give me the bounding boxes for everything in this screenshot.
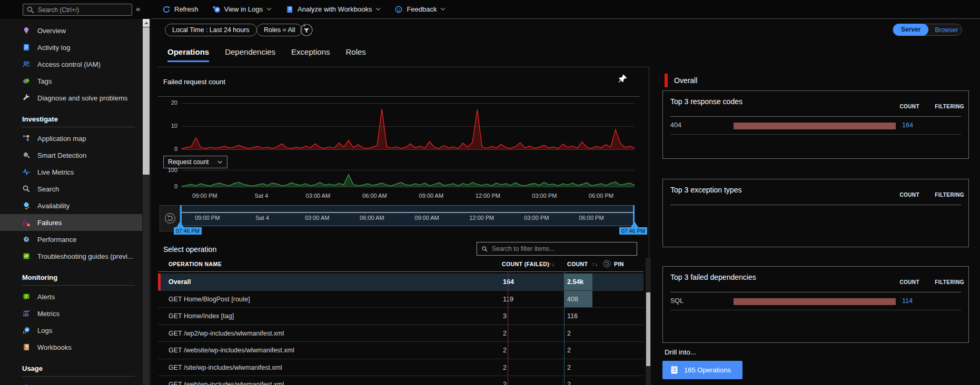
- count-failed-value: 2: [503, 330, 507, 337]
- sidebar-item-label: Troubleshooting guides (previ...: [37, 252, 133, 260]
- sidebar-scrollbar[interactable]: [143, 19, 150, 385]
- drill-button-label: 165 Operations: [684, 366, 731, 374]
- row-divider: [670, 310, 961, 310]
- scroll-up-button[interactable]: [143, 19, 150, 27]
- response-code-count[interactable]: 164: [902, 121, 913, 129]
- feedback-button[interactable]: Feedback: [394, 5, 446, 14]
- response-code-label: 404: [670, 121, 681, 129]
- table-row-overall[interactable]: Overall 164 2.54k: [158, 273, 644, 291]
- sidebar-item-alerts[interactable]: Alerts: [0, 288, 142, 305]
- sidebar-collapse-button[interactable]: «: [136, 4, 140, 13]
- col-count[interactable]: COUNT: [567, 261, 588, 267]
- time-axis: 09:00 PM Sat 4 03:00 AM 06:00 AM 09:00 A…: [182, 192, 635, 200]
- search-icon: [481, 246, 488, 252]
- toggle-browser-button[interactable]: Browser: [928, 26, 964, 34]
- table-row[interactable]: GET /wp2/wp-includes/wlwmanifest.xml 2 2: [158, 325, 644, 342]
- operations-table: OPERATION NAME COUNT (FAILED) ↑↓ COUNT ↑…: [158, 258, 644, 385]
- count-failed-value: 2: [503, 347, 507, 354]
- filtering-header: FILTERING: [935, 104, 964, 109]
- brush-handle-left[interactable]: [176, 221, 184, 227]
- tab-dependencies[interactable]: Dependencies: [225, 47, 275, 62]
- response-code-bar: [734, 123, 896, 129]
- table-row[interactable]: GET Home/BlogPost [route] 119 408: [158, 291, 644, 308]
- sort-icon[interactable]: ↑↓: [592, 261, 598, 267]
- card-divider: [670, 292, 961, 292]
- sidebar-item-label: Failures: [37, 219, 62, 227]
- pin-chart-icon[interactable]: [617, 74, 628, 84]
- sidebar-item-smart-detection[interactable]: Smart Detection: [0, 147, 142, 164]
- refresh-button[interactable]: Refresh: [162, 5, 199, 14]
- sidebar-item-label: Search: [37, 185, 59, 193]
- portal-search-input[interactable]: [38, 6, 128, 14]
- col-pin[interactable]: PIN: [614, 261, 624, 267]
- sidebar-item-metrics[interactable]: Metrics: [0, 305, 142, 322]
- col-count-failed[interactable]: COUNT (FAILED): [502, 261, 549, 267]
- failed-request-count-chart[interactable]: [182, 100, 635, 150]
- header-divider: [158, 271, 644, 272]
- right-panel-header: Overall: [665, 74, 697, 87]
- table-row[interactable]: GET Home/Index [tag] 3 116: [158, 308, 644, 325]
- count-failed-value: 164: [503, 278, 514, 286]
- portal-search-box[interactable]: [23, 4, 132, 16]
- sidebar-item-label: Tags: [37, 77, 52, 85]
- reset-selection-icon[interactable]: [603, 260, 611, 268]
- table-header-row: OPERATION NAME COUNT (FAILED) ↑↓ COUNT ↑…: [158, 258, 644, 271]
- brush-tick: 03:00 PM: [524, 215, 549, 221]
- roles-filter-pill[interactable]: Roles = All: [256, 24, 302, 36]
- sidebar-item-search[interactable]: Search: [0, 180, 142, 197]
- request-count-chart[interactable]: [182, 167, 635, 188]
- card-title: Top 3 failed dependencies: [670, 273, 756, 281]
- app-insights-failures-screen: « Refresh View in Logs Analyze with Work…: [0, 0, 980, 385]
- sidebar-item-live-metrics[interactable]: Live Metrics: [0, 164, 142, 180]
- operations-filter-input[interactable]: [492, 245, 632, 252]
- tab-operations[interactable]: Operations: [167, 47, 209, 62]
- view-in-logs-button[interactable]: View in Logs: [212, 5, 272, 14]
- sidebar-item-diagnose[interactable]: Diagnose and solve problems: [0, 89, 142, 106]
- col-operation-name[interactable]: OPERATION NAME: [169, 261, 222, 267]
- tab-roles[interactable]: Roles: [345, 47, 365, 62]
- sidebar-scrollbar-thumb[interactable]: [143, 27, 150, 175]
- toggle-server-button[interactable]: Server: [893, 24, 928, 36]
- brush-tick: 12:00 PM: [469, 215, 494, 221]
- operations-filter-box[interactable]: [477, 242, 637, 256]
- sidebar-item-users[interactable]: Users: [0, 379, 142, 385]
- sidebar-item-access-control[interactable]: Access control (IAM): [0, 56, 142, 73]
- sidebar-item-troubleshooting-guides[interactable]: Troubleshooting guides (previ...: [0, 248, 142, 265]
- table-scrollbar-thumb[interactable]: [646, 292, 650, 366]
- y-tick-0: 0: [156, 183, 177, 189]
- sidebar-item-logs[interactable]: Logs: [0, 322, 142, 339]
- dependency-count[interactable]: 114: [902, 297, 913, 305]
- analyze-with-workbooks-button[interactable]: Analyze with Workbooks: [285, 5, 381, 14]
- pulse-icon: [22, 168, 31, 176]
- table-row[interactable]: GET /web/wp-includes/wlwmanifest.xml 2 2: [158, 376, 644, 385]
- sidebar-item-failures[interactable]: Failures: [0, 214, 142, 231]
- sidebar-item-workbooks[interactable]: Workbooks: [0, 339, 142, 356]
- count-value: 2: [567, 381, 571, 385]
- operation-name: GET /website/wp-includes/wlwmanifest.xml: [169, 347, 294, 354]
- count-value: 408: [567, 296, 578, 303]
- brush-axis-line: [181, 212, 634, 213]
- time-range-filter-pill[interactable]: Local Time : Last 24 hours: [165, 24, 257, 36]
- sidebar-item-performance[interactable]: Performance: [0, 231, 142, 248]
- people-icon: [22, 60, 31, 68]
- sidebar-item-availability[interactable]: Availability: [0, 197, 142, 214]
- section-divider: [22, 285, 135, 286]
- sidebar-item-activity-log[interactable]: Activity log: [0, 39, 142, 56]
- tab-exceptions[interactable]: Exceptions: [291, 47, 330, 62]
- sidebar-item-label: Live Metrics: [37, 168, 74, 176]
- time-brush[interactable]: 09:00 PM Sat 4 03:00 AM 06:00 AM 09:00 A…: [180, 205, 635, 226]
- top-response-codes-card: Top 3 response codes COUNT FILTERING 404…: [662, 90, 969, 159]
- brush-handle-right[interactable]: [631, 221, 638, 227]
- table-scrollbar[interactable]: [646, 258, 651, 385]
- add-filter-icon[interactable]: [300, 24, 313, 36]
- card-divider: [670, 116, 961, 117]
- list-icon: [670, 366, 679, 374]
- table-row[interactable]: GET /website/wp-includes/wlwmanifest.xml…: [158, 342, 644, 359]
- sidebar-item-tags[interactable]: Tags: [0, 73, 142, 89]
- drill-operations-button[interactable]: 165 Operations: [662, 361, 743, 379]
- table-row[interactable]: GET /site/wp-includes/wlwmanifest.xml 2 …: [158, 359, 644, 377]
- sidebar-item-application-map[interactable]: Application map: [0, 130, 142, 147]
- sidebar-item-overview[interactable]: Overview: [0, 22, 142, 39]
- metric-dropdown-value: Request count: [168, 158, 209, 166]
- sort-icon[interactable]: ↑↓: [549, 261, 555, 267]
